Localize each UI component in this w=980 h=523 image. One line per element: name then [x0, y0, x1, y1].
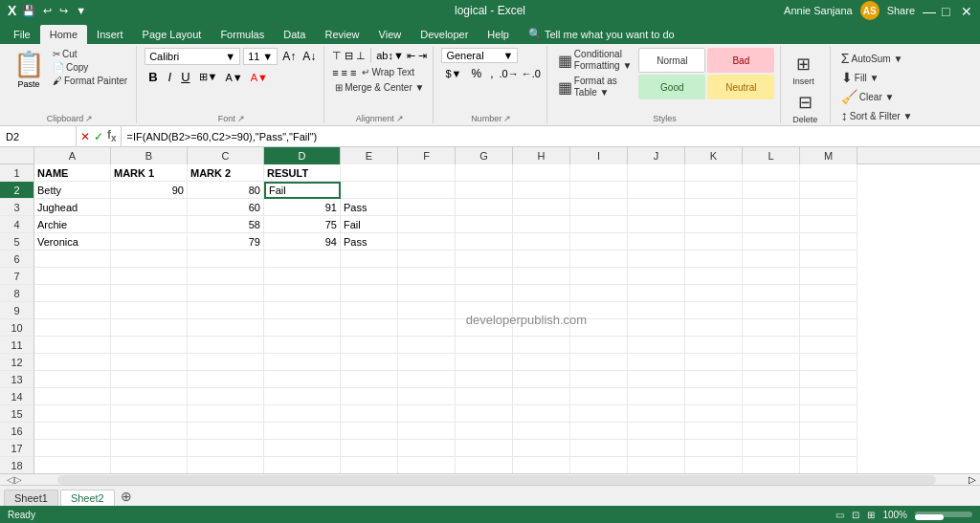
- cell-f11[interactable]: [398, 337, 456, 354]
- tab-review[interactable]: Review: [315, 25, 368, 44]
- cell-a10[interactable]: [34, 319, 111, 337]
- tab-formulas[interactable]: Formulas: [211, 25, 274, 44]
- h-scrollbar[interactable]: [57, 475, 936, 485]
- zoom-slider[interactable]: [915, 512, 972, 517]
- cell-f6[interactable]: [398, 251, 456, 268]
- cell-i18[interactable]: [570, 457, 628, 473]
- cell-c16[interactable]: [188, 423, 264, 440]
- cell-k5[interactable]: [685, 233, 743, 251]
- cell-m6[interactable]: [800, 251, 858, 268]
- cell-a15[interactable]: [34, 405, 111, 423]
- cell-b12[interactable]: [111, 354, 188, 371]
- cell-b14[interactable]: [111, 388, 188, 405]
- cell-f18[interactable]: [398, 457, 456, 473]
- col-header-h[interactable]: H: [513, 147, 570, 164]
- cell-b17[interactable]: [111, 440, 188, 457]
- style-neutral[interactable]: Neutral: [707, 75, 774, 99]
- cell-j4[interactable]: [628, 216, 685, 233]
- cell-e16[interactable]: [341, 423, 398, 440]
- cell-l15[interactable]: [743, 405, 800, 423]
- cell-m17[interactable]: [800, 440, 858, 457]
- style-normal[interactable]: Normal: [638, 48, 705, 73]
- cell-c2[interactable]: 80: [188, 182, 264, 199]
- cell-d2[interactable]: Fail: [264, 182, 341, 199]
- cell-l13[interactable]: [743, 371, 800, 388]
- cell-c8[interactable]: [188, 285, 264, 302]
- cell-k12[interactable]: [685, 354, 743, 371]
- cell-j9[interactable]: [628, 302, 685, 319]
- cell-g15[interactable]: [456, 405, 513, 423]
- style-good[interactable]: Good: [638, 75, 705, 99]
- cell-l12[interactable]: [743, 354, 800, 371]
- cell-e10[interactable]: [341, 319, 398, 337]
- cell-k1[interactable]: [685, 164, 743, 182]
- cell-e3[interactable]: Pass: [341, 199, 398, 216]
- cell-l11[interactable]: [743, 337, 800, 354]
- cell-b5[interactable]: [111, 233, 188, 251]
- decimal-increase-button[interactable]: .0→: [499, 68, 518, 79]
- cell-g13[interactable]: [456, 371, 513, 388]
- cell-k18[interactable]: [685, 457, 743, 473]
- cell-g3[interactable]: [456, 199, 513, 216]
- cell-h5[interactable]: [513, 233, 570, 251]
- tab-view[interactable]: View: [369, 25, 412, 44]
- align-right-button[interactable]: ≡: [350, 67, 356, 78]
- cell-f14[interactable]: [398, 388, 456, 405]
- scroll-right-button[interactable]: ▷: [965, 474, 980, 485]
- merge-center-button[interactable]: ⊞ Merge & Center ▼: [332, 81, 427, 94]
- cell-l14[interactable]: [743, 388, 800, 405]
- cell-b9[interactable]: [111, 302, 188, 319]
- align-top-button[interactable]: ⊤: [332, 50, 342, 62]
- cell-i3[interactable]: [570, 199, 628, 216]
- cell-i16[interactable]: [570, 423, 628, 440]
- format-painter-button[interactable]: 🖌 Format Painter: [50, 75, 130, 87]
- cell-c6[interactable]: [188, 251, 264, 268]
- border-button[interactable]: ⊞▼: [197, 70, 220, 84]
- cell-a11[interactable]: [34, 337, 111, 354]
- cell-l8[interactable]: [743, 285, 800, 302]
- cell-i7[interactable]: [570, 268, 628, 285]
- cell-g4[interactable]: [456, 216, 513, 233]
- cell-b13[interactable]: [111, 371, 188, 388]
- cell-m3[interactable]: [800, 199, 858, 216]
- cell-c5[interactable]: 79: [188, 233, 264, 251]
- cell-k11[interactable]: [685, 337, 743, 354]
- cell-i9[interactable]: [570, 302, 628, 319]
- cell-j16[interactable]: [628, 423, 685, 440]
- cell-f15[interactable]: [398, 405, 456, 423]
- tab-page-layout[interactable]: Page Layout: [133, 25, 212, 44]
- cell-h7[interactable]: [513, 268, 570, 285]
- cell-d18[interactable]: [264, 457, 341, 473]
- cell-b18[interactable]: [111, 457, 188, 473]
- cell-j17[interactable]: [628, 440, 685, 457]
- cell-h18[interactable]: [513, 457, 570, 473]
- view-normal-button[interactable]: ▭: [835, 510, 844, 520]
- cell-j10[interactable]: [628, 319, 685, 337]
- cell-i14[interactable]: [570, 388, 628, 405]
- cell-m16[interactable]: [800, 423, 858, 440]
- cell-m13[interactable]: [800, 371, 858, 388]
- cell-m9[interactable]: [800, 302, 858, 319]
- cell-b16[interactable]: [111, 423, 188, 440]
- cell-k16[interactable]: [685, 423, 743, 440]
- cell-d13[interactable]: [264, 371, 341, 388]
- decimal-decrease-button[interactable]: ←.0: [522, 68, 541, 79]
- col-header-m[interactable]: M: [800, 147, 858, 164]
- cell-k3[interactable]: [685, 199, 743, 216]
- increase-font-button[interactable]: A↑: [280, 49, 298, 64]
- cell-b1[interactable]: MARK 1: [111, 164, 188, 182]
- cell-m10[interactable]: [800, 319, 858, 337]
- cell-e17[interactable]: [341, 440, 398, 457]
- cell-b7[interactable]: [111, 268, 188, 285]
- autosum-button[interactable]: Σ AutoSum ▼: [838, 50, 905, 67]
- cell-k17[interactable]: [685, 440, 743, 457]
- cell-a8[interactable]: [34, 285, 111, 302]
- cell-j8[interactable]: [628, 285, 685, 302]
- close-button[interactable]: ✕: [961, 5, 972, 16]
- cell-f4[interactable]: [398, 216, 456, 233]
- cell-c11[interactable]: [188, 337, 264, 354]
- cell-l10[interactable]: [743, 319, 800, 337]
- cell-j2[interactable]: [628, 182, 685, 199]
- cell-h11[interactable]: [513, 337, 570, 354]
- cell-b2[interactable]: 90: [111, 182, 188, 199]
